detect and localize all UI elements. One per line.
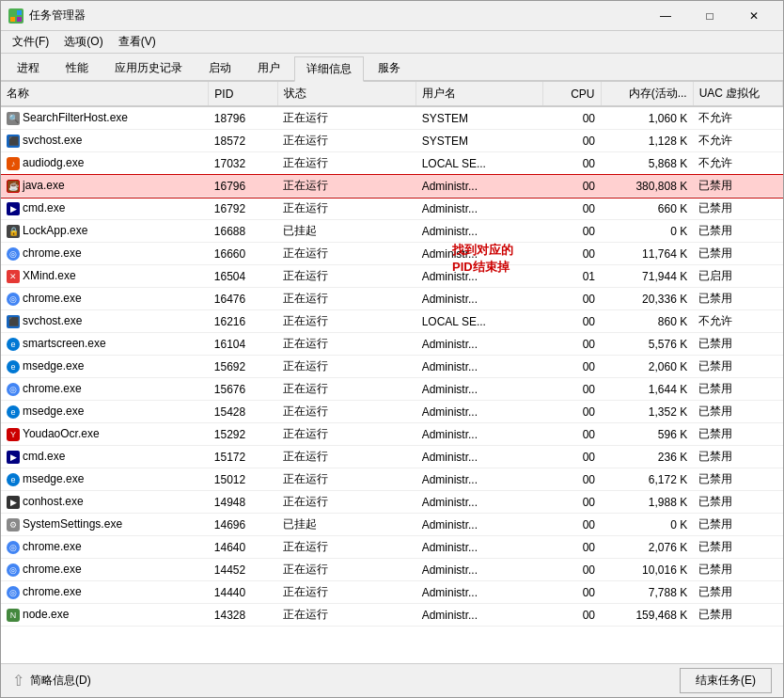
process-cpu: 00 (543, 333, 601, 356)
process-uac: 已禁用 (693, 288, 782, 310)
process-user: Administr... (416, 468, 543, 491)
process-memory: 2,076 K (601, 536, 693, 559)
table-row[interactable]: ▶cmd.exe 16792 正在运行 Administr... 00 660 … (1, 198, 783, 220)
tab-bar: 进程 性能 应用历史记录 启动 用户 详细信息 服务 (1, 54, 783, 82)
process-user: Administr... (416, 243, 543, 265)
summary-label[interactable]: 简略信息(D) (30, 673, 91, 689)
process-cpu: 00 (543, 491, 601, 514)
table-row[interactable]: emsedge.exe 15692 正在运行 Administr... 00 2… (1, 356, 783, 378)
process-user: Administr... (416, 491, 543, 514)
process-icon: ◎ (7, 541, 20, 554)
process-pid: 14696 (209, 514, 278, 536)
table-row[interactable]: ⚙SystemSettings.exe 14696 已挂起 Administr.… (1, 514, 783, 536)
process-table-container[interactable]: 名称 PID 状态 用户名 CPU 内存(活动... UAC 虚拟化 🔍Sear… (1, 82, 783, 663)
window-controls: — □ ✕ (644, 1, 776, 31)
col-header-pid[interactable]: PID (209, 82, 278, 106)
table-row[interactable]: ◎chrome.exe 16476 正在运行 Administr... 00 2… (1, 288, 783, 310)
process-icon: ◎ (7, 586, 20, 599)
process-pid: 18572 (209, 130, 278, 152)
process-status: 正在运行 (277, 265, 416, 288)
process-pid: 14328 (209, 604, 278, 627)
process-icon: e (7, 405, 20, 419)
tab-startup[interactable]: 启动 (196, 56, 243, 80)
process-uac: 已禁用 (693, 514, 782, 536)
process-icon: e (7, 360, 20, 373)
col-header-memory[interactable]: 内存(活动... (601, 82, 693, 106)
process-table-body: 🔍SearchFilterHost.exe 18796 正在运行 SYSTEM … (1, 106, 783, 627)
menu-view[interactable]: 查看(V) (111, 32, 164, 52)
svg-rect-0 (10, 10, 15, 15)
table-row[interactable]: ▶cmd.exe 15172 正在运行 Administr... 00 236 … (1, 446, 783, 468)
col-header-user[interactable]: 用户名 (416, 82, 543, 106)
process-status: 正在运行 (277, 468, 416, 491)
process-pid: 15172 (209, 446, 278, 468)
table-row[interactable]: YYoudaoOcr.exe 15292 正在运行 Administr... 0… (1, 423, 783, 446)
table-row[interactable]: ◎chrome.exe 16660 正在运行 Administr... 00 1… (1, 243, 783, 265)
process-status: 已挂起 (277, 220, 416, 243)
process-cpu: 00 (543, 604, 601, 627)
table-row[interactable]: ⬛svchost.exe 16216 正在运行 LOCAL SE... 00 8… (1, 310, 783, 333)
process-memory: 5,576 K (601, 333, 693, 356)
app-icon (8, 8, 24, 24)
process-status: 正在运行 (277, 106, 416, 130)
table-row[interactable]: ◎chrome.exe 14640 正在运行 Administr... 00 2… (1, 536, 783, 559)
process-pid: 15292 (209, 423, 278, 446)
tab-users[interactable]: 用户 (245, 56, 292, 80)
process-pid: 17032 (209, 152, 278, 175)
table-row[interactable]: ◎chrome.exe 14440 正在运行 Administr... 00 7… (1, 581, 783, 604)
col-header-name[interactable]: 名称 (1, 82, 209, 106)
process-memory: 0 K (601, 514, 693, 536)
process-uac: 已禁用 (693, 423, 782, 446)
process-status: 正在运行 (277, 288, 416, 310)
table-row[interactable]: ◎chrome.exe 14452 正在运行 Administr... 00 1… (1, 559, 783, 581)
close-button[interactable]: ✕ (732, 1, 776, 31)
menu-file[interactable]: 文件(F) (5, 32, 56, 52)
table-row[interactable]: ☕java.exe 16796 正在运行 Administr... 00 380… (1, 175, 783, 198)
process-user: Administr... (416, 401, 543, 423)
process-name: ⚙SystemSettings.exe (1, 514, 209, 536)
process-memory: 20,336 K (601, 288, 693, 310)
col-header-uac[interactable]: UAC 虚拟化 (693, 82, 782, 106)
title-bar: 任务管理器 — □ ✕ (1, 1, 783, 31)
process-status: 正在运行 (277, 356, 416, 378)
table-row[interactable]: emsedge.exe 15428 正在运行 Administr... 00 1… (1, 401, 783, 423)
maximize-button[interactable]: □ (688, 1, 731, 31)
tab-app-history[interactable]: 应用历史记录 (102, 56, 195, 80)
process-memory: 596 K (601, 423, 693, 446)
table-row[interactable]: 🔍SearchFilterHost.exe 18796 正在运行 SYSTEM … (1, 106, 783, 130)
end-task-button[interactable]: 结束任务(E) (680, 668, 772, 693)
table-row[interactable]: Nnode.exe 14328 正在运行 Administr... 00 159… (1, 604, 783, 627)
process-status: 正在运行 (277, 581, 416, 604)
process-name: ◎chrome.exe (1, 536, 209, 559)
process-name: ◎chrome.exe (1, 559, 209, 581)
tab-performance[interactable]: 性能 (54, 56, 101, 80)
status-left: ⇧ 简略信息(D) (12, 672, 91, 690)
process-status: 正在运行 (277, 536, 416, 559)
process-pid: 15676 (209, 378, 278, 401)
tab-services[interactable]: 服务 (366, 56, 413, 80)
table-row[interactable]: esmartscreen.exe 16104 正在运行 Administr...… (1, 333, 783, 356)
process-icon: 🔒 (7, 225, 20, 238)
process-status: 正在运行 (277, 604, 416, 627)
tab-details[interactable]: 详细信息 (294, 56, 364, 82)
table-row[interactable]: ⬛svchost.exe 18572 正在运行 SYSTEM 00 1,128 … (1, 130, 783, 152)
table-row[interactable]: 🔒LockApp.exe 16688 已挂起 Administr... 00 0… (1, 220, 783, 243)
process-user: Administr... (416, 536, 543, 559)
process-memory: 1,644 K (601, 378, 693, 401)
col-header-cpu[interactable]: CPU (543, 82, 601, 106)
table-row[interactable]: ◎chrome.exe 15676 正在运行 Administr... 00 1… (1, 378, 783, 401)
process-user: Administr... (416, 175, 543, 198)
table-row[interactable]: ✕XMind.exe 16504 正在运行 Administr... 01 71… (1, 265, 783, 288)
tab-processes[interactable]: 进程 (5, 56, 52, 80)
table-row[interactable]: ♪audiodg.exe 17032 正在运行 LOCAL SE... 00 5… (1, 152, 783, 175)
process-cpu: 00 (543, 220, 601, 243)
process-uac: 已禁用 (693, 175, 782, 198)
menu-options[interactable]: 选项(O) (56, 32, 110, 52)
col-header-status[interactable]: 状态 (277, 82, 416, 106)
process-name: ◎chrome.exe (1, 581, 209, 604)
minimize-button[interactable]: — (644, 1, 687, 31)
process-cpu: 00 (543, 106, 601, 130)
table-row[interactable]: ▶conhost.exe 14948 正在运行 Administr... 00 … (1, 491, 783, 514)
process-cpu: 00 (543, 581, 601, 604)
table-row[interactable]: emsedge.exe 15012 正在运行 Administr... 00 6… (1, 468, 783, 491)
